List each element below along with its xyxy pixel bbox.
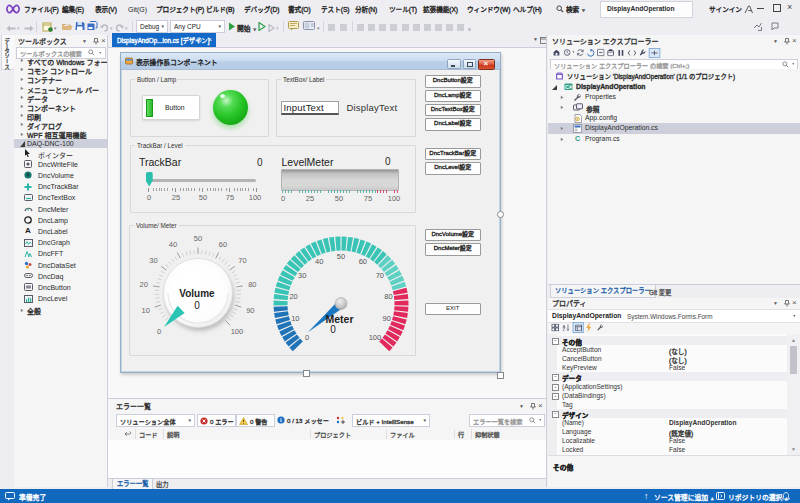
svg-text:50: 50 — [336, 252, 344, 261]
svg-text:30: 30 — [298, 271, 306, 280]
svg-text:100: 100 — [231, 327, 244, 336]
svg-text:100: 100 — [368, 333, 381, 342]
svg-text:10: 10 — [142, 305, 150, 314]
svg-text:C: C — [575, 135, 580, 142]
svg-text:Volume: Volume — [179, 287, 215, 298]
svg-text:Z: Z — [562, 327, 565, 331]
svg-text:0: 0 — [157, 327, 161, 336]
svg-text:10: 10 — [291, 314, 299, 323]
svg-text:30: 30 — [149, 256, 157, 265]
svg-text:0: 0 — [194, 300, 200, 311]
svg-text:60: 60 — [358, 257, 366, 266]
svg-text:C#: C# — [565, 84, 572, 90]
svg-text:90: 90 — [382, 314, 390, 323]
svg-text:Meter: Meter — [325, 313, 353, 325]
svg-text:70: 70 — [238, 256, 246, 265]
svg-text:40: 40 — [169, 239, 177, 248]
svg-text:20: 20 — [289, 292, 297, 301]
svg-text:80: 80 — [384, 292, 392, 301]
svg-text:90: 90 — [246, 305, 254, 314]
svg-text:50: 50 — [194, 233, 202, 242]
svg-text:20: 20 — [140, 279, 148, 288]
svg-text:70: 70 — [375, 271, 383, 280]
svg-text:60: 60 — [219, 239, 227, 248]
svg-text:0: 0 — [330, 324, 336, 335]
svg-text:80: 80 — [248, 279, 256, 288]
svg-text:40: 40 — [315, 257, 323, 266]
svg-text:0: 0 — [305, 333, 309, 342]
